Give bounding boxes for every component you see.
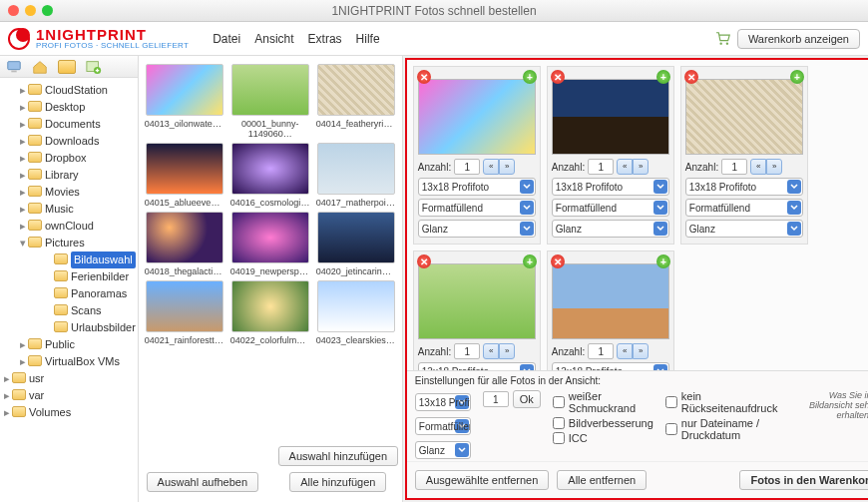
tree-item[interactable]: ▸Movies [8, 184, 136, 201]
qty-dec-button[interactable]: « [483, 343, 499, 359]
qty-dec-button[interactable]: « [750, 159, 766, 175]
qty-inc-button[interactable]: » [499, 159, 515, 175]
tree-item[interactable]: ▸ownCloud [8, 218, 136, 235]
size-select[interactable]: 13x18 Profifoto [685, 178, 803, 196]
thumbnail[interactable]: 04013_oilonwater_19… [145, 64, 224, 139]
add-card-icon[interactable]: + [656, 254, 670, 268]
menu-extras[interactable]: Extras [308, 32, 342, 46]
size-select[interactable]: 13x18 Profifoto [418, 178, 536, 196]
tree-item[interactable]: ▸Music [8, 201, 136, 218]
tree-item[interactable]: Bildauswahl [32, 251, 136, 268]
tree-item[interactable]: ▸Downloads [8, 133, 136, 150]
tree-item[interactable]: ▾PicturesBildauswahlFerienbilderPanorama… [8, 235, 136, 336]
qty-inc-button[interactable]: » [633, 343, 649, 359]
opt-rueckseite[interactable]: kein Rückseitenaufdruck [665, 390, 778, 414]
tree-item[interactable]: ▸Dropbox [8, 150, 136, 167]
add-card-icon[interactable]: + [523, 70, 537, 84]
size-select[interactable]: 13x18 Profifoto [552, 362, 669, 370]
opt-dateiname[interactable]: nur Dateiname / Druckdatum [665, 417, 778, 441]
thumbnail[interactable]: 04015_ablueeveningin… [145, 143, 224, 208]
tree-item[interactable]: ▸Volumes [2, 404, 136, 421]
thumbnail[interactable]: 04020_jetincarina_19… [316, 212, 396, 276]
thumbnail[interactable]: 04021_rainforesttrail_… [145, 280, 224, 345]
opt-schmuckrand[interactable]: weißer Schmuckrand [553, 390, 653, 414]
add-all-button[interactable]: Alle hinzufügen [289, 472, 386, 492]
tree-item[interactable]: ▸var [2, 387, 136, 404]
show-cart-button[interactable]: Warenkorb anzeigen [737, 29, 860, 49]
tree-item[interactable]: ▸Desktop [8, 99, 136, 116]
menu-hilfe[interactable]: Hilfe [356, 32, 380, 46]
tree-item[interactable]: ▸CloudStation [8, 82, 136, 99]
fit-select[interactable]: Formatfüllend [685, 199, 803, 217]
global-finish-select[interactable]: Glanz [415, 441, 471, 459]
add-card-icon[interactable]: + [656, 70, 670, 84]
tree-item[interactable]: Scans [32, 302, 136, 319]
tree-item[interactable]: ▸VirtualBox VMs [8, 353, 136, 370]
tree-item[interactable]: Panoramas [32, 285, 136, 302]
qty-dec-button[interactable]: « [617, 343, 633, 359]
tree-item[interactable]: Ferienbilder [32, 268, 136, 285]
folder-icon[interactable] [58, 60, 76, 74]
finish-select[interactable]: Glanz [685, 220, 803, 238]
computer-icon[interactable] [6, 59, 22, 75]
qty-dec-button[interactable]: « [483, 159, 499, 175]
tree-item[interactable]: Urlaubsbilder [32, 319, 136, 336]
global-size-select[interactable]: 13x18 Profifoto [415, 393, 471, 411]
remove-all-button[interactable]: Alle entfernen [557, 470, 647, 490]
add-to-cart-button[interactable]: Fotos in den Warenkorb [739, 470, 868, 490]
close-window-icon[interactable] [8, 5, 19, 16]
thumbnail-grid[interactable]: 04013_oilonwater_19…00001_bunny-1149060…… [139, 56, 402, 438]
add-card-icon[interactable]: + [790, 70, 804, 84]
opt-bildverbesserung[interactable]: Bildverbesserung [553, 417, 653, 429]
remove-card-icon[interactable]: ✕ [551, 70, 565, 84]
remove-card-icon[interactable]: ✕ [417, 254, 431, 268]
qty-dec-button[interactable]: « [617, 159, 633, 175]
clear-selection-button[interactable]: Auswahl aufheben [147, 472, 259, 492]
qty-input[interactable] [588, 343, 614, 359]
qty-input[interactable] [721, 159, 747, 175]
menu-ansicht[interactable]: Ansicht [254, 32, 293, 46]
menu-datei[interactable]: Datei [213, 32, 240, 46]
folder-tree[interactable]: ▸CloudStation▸Desktop▸Documents▸Download… [0, 78, 138, 502]
qty-input[interactable] [454, 159, 480, 175]
remove-selected-button[interactable]: Ausgewählte entfernen [415, 470, 550, 490]
qty-input[interactable] [454, 343, 480, 359]
home-icon[interactable] [32, 59, 48, 75]
order-items[interactable]: ✕+Anzahl:«»13x18 ProfifotoFormatfüllendG… [407, 60, 868, 370]
add-image-icon[interactable] [86, 59, 102, 75]
thumbnail[interactable]: 04014_featheryridges… [316, 64, 396, 139]
tree-item[interactable]: ▸Documents [8, 116, 136, 133]
fit-select[interactable]: Formatfüllend [418, 199, 536, 217]
size-select[interactable]: 13x18 Profifoto [418, 362, 536, 370]
tree-item[interactable]: ▸usr [2, 370, 136, 387]
global-qty-input[interactable] [483, 391, 509, 407]
qty-input[interactable] [588, 159, 614, 175]
thumbnail[interactable]: 04019_newperspectiv… [230, 212, 310, 276]
tree-item[interactable]: ▸Library [8, 167, 136, 184]
finish-select[interactable]: Glanz [552, 220, 669, 238]
thumbnail[interactable]: 04018_thegalacticcent… [145, 212, 224, 276]
size-select[interactable]: 13x18 Profifoto [552, 178, 669, 196]
fit-select[interactable]: Formatfüllend [552, 199, 669, 217]
opt-icc[interactable]: ICC [553, 432, 653, 444]
zoom-window-icon[interactable] [42, 5, 53, 16]
minimize-window-icon[interactable] [25, 5, 36, 16]
thumbnail[interactable]: 04023_clearskieswitha… [316, 280, 396, 345]
add-card-icon[interactable]: + [523, 254, 537, 268]
remove-card-icon[interactable]: ✕ [551, 254, 565, 268]
finish-select[interactable]: Glanz [418, 220, 536, 238]
thumbnail[interactable]: 04017_matherpoint_1… [316, 143, 396, 208]
thumbnail[interactable]: 00001_bunny-1149060… [230, 64, 310, 139]
thumbnail[interactable]: 04022_colorfulmaster… [230, 280, 310, 345]
thumbnail-image [146, 64, 223, 116]
add-selection-button[interactable]: Auswahl hinzufügen [278, 446, 398, 466]
qty-inc-button[interactable]: » [499, 343, 515, 359]
global-fit-select[interactable]: Formatfüllend [415, 417, 471, 435]
qty-inc-button[interactable]: » [633, 159, 649, 175]
qty-inc-button[interactable]: » [766, 159, 782, 175]
thumbnail[interactable]: 04016_cosmologicalm… [230, 143, 310, 208]
remove-card-icon[interactable]: ✕ [684, 70, 698, 84]
global-ok-button[interactable]: Ok [513, 390, 541, 408]
remove-card-icon[interactable]: ✕ [417, 70, 431, 84]
tree-item[interactable]: ▸Public [8, 336, 136, 353]
